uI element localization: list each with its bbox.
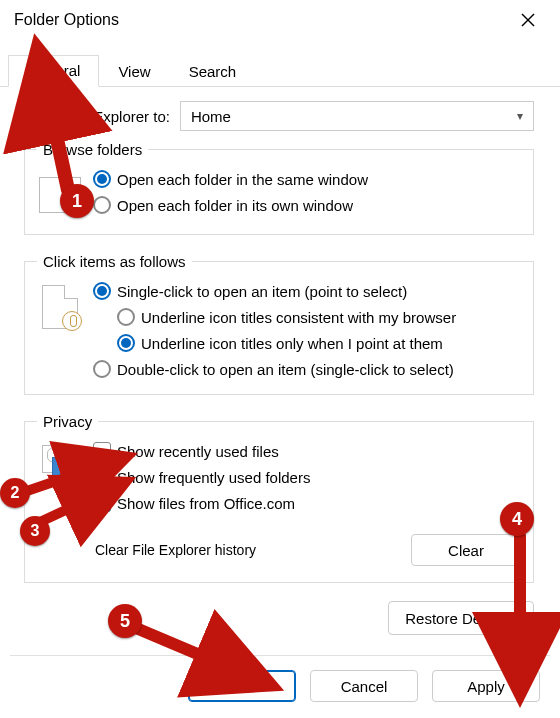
restore-defaults-button[interactable]: Restore Defaults [388,601,534,635]
chevron-down-icon: ▾ [517,109,523,123]
radio-icon [117,334,135,352]
browse-same-window-option[interactable]: Open each folder in the same window [93,170,521,188]
clear-button[interactable]: Clear [411,534,521,566]
tab-strip: General View Search [0,40,560,87]
tab-view-label: View [118,63,150,80]
tab-view[interactable]: View [99,55,169,87]
privacy-legend: Privacy [37,413,98,430]
underline-browser-label: Underline icon titles consistent with my… [141,309,456,326]
clear-button-label: Clear [448,542,484,559]
document-click-icon [37,284,83,330]
tab-general[interactable]: General [8,55,99,87]
tab-pane-general: Open File Explorer to: Home ▾ Browse fol… [0,87,560,655]
folders-icon [37,172,83,218]
cancel-button[interactable]: Cancel [310,670,418,702]
click-items-group: Click items as follows Single-click to o… [24,253,534,395]
browse-folders-group: Browse folders Open each folder in the s… [24,141,534,235]
show-recent-option[interactable]: Show recently used files [93,442,521,460]
open-to-value: Home [191,108,231,125]
show-office-option[interactable]: Show files from Office.com [93,494,521,512]
cancel-button-label: Cancel [341,678,388,695]
ok-button-label: OK [231,678,253,695]
dialog-footer: OK Cancel Apply [0,656,560,718]
apply-button-label: Apply [467,678,505,695]
checkbox-icon [93,494,111,512]
single-click-option[interactable]: Single-click to open an item (point to s… [93,282,521,300]
radio-icon [93,360,111,378]
close-icon [521,13,535,27]
click-items-legend: Click items as follows [37,253,192,270]
checkbox-icon [93,442,111,460]
browse-same-label: Open each folder in the same window [117,171,368,188]
apply-button[interactable]: Apply [432,670,540,702]
browse-folders-legend: Browse folders [37,141,148,158]
double-click-label: Double-click to open an item (single-cli… [117,361,454,378]
open-to-select[interactable]: Home ▾ [180,101,534,131]
clear-history-label: Clear File Explorer history [95,542,256,558]
ok-button[interactable]: OK [188,670,296,702]
open-to-label: Open File Explorer to: [24,108,170,125]
title-bar: Folder Options [0,0,560,40]
radio-icon [93,170,111,188]
browse-own-label: Open each folder in its own window [117,197,353,214]
tab-search-label: Search [189,63,237,80]
privacy-icon [37,444,83,490]
tab-search[interactable]: Search [170,55,256,87]
close-button[interactable] [506,5,550,35]
double-click-option[interactable]: Double-click to open an item (single-cli… [93,360,521,378]
restore-defaults-label: Restore Defaults [405,610,517,627]
checkbox-icon [93,468,111,486]
single-click-label: Single-click to open an item (point to s… [117,283,407,300]
radio-icon [93,282,111,300]
radio-icon [93,196,111,214]
show-frequent-option[interactable]: Show frequently used folders [93,468,521,486]
window-title: Folder Options [14,11,119,29]
show-recent-label: Show recently used files [117,443,279,460]
show-frequent-label: Show frequently used folders [117,469,310,486]
radio-icon [117,308,135,326]
underline-browser-option[interactable]: Underline icon titles consistent with my… [117,308,521,326]
privacy-group: Privacy Show recently used files Show fr… [24,413,534,583]
show-office-label: Show files from Office.com [117,495,295,512]
tab-general-label: General [27,62,80,79]
open-to-row: Open File Explorer to: Home ▾ [24,101,534,131]
browse-own-window-option[interactable]: Open each folder in its own window [93,196,521,214]
underline-point-label: Underline icon titles only when I point … [141,335,443,352]
underline-point-option[interactable]: Underline icon titles only when I point … [117,334,521,352]
